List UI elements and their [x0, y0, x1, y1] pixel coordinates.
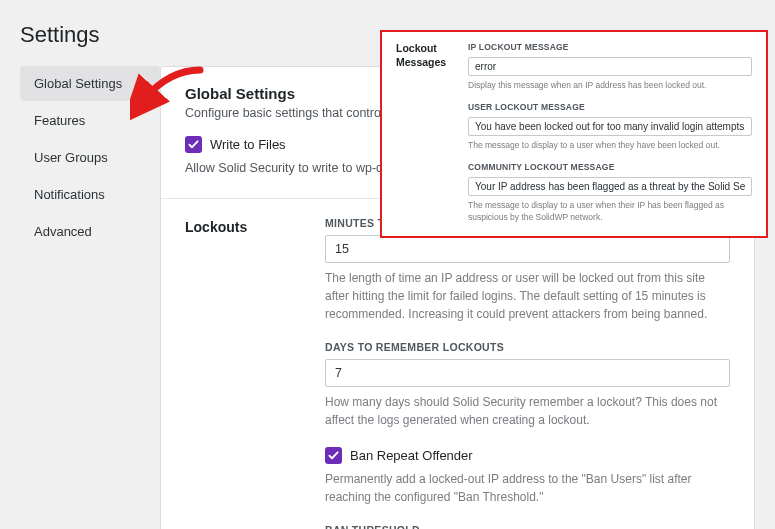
- ban-repeat-help: Permanently add a locked-out IP address …: [325, 470, 730, 506]
- lockouts-heading: Lockouts: [185, 217, 305, 529]
- sidebar-item-notifications[interactable]: Notifications: [20, 177, 160, 212]
- community-lockout-input[interactable]: [468, 177, 752, 196]
- ban-repeat-label: Ban Repeat Offender: [350, 448, 473, 463]
- ban-threshold-label: BAN THRESHOLD: [325, 524, 730, 529]
- check-icon: [188, 139, 199, 150]
- user-lockout-group: USER LOCKOUT MESSAGE The message to disp…: [468, 102, 752, 152]
- minutes-to-lockout-help: The length of time an IP address or user…: [325, 269, 730, 323]
- sidebar-item-global-settings[interactable]: Global Settings: [20, 66, 160, 101]
- sidebar-item-advanced[interactable]: Advanced: [20, 214, 160, 249]
- days-to-remember-label: DAYS TO REMEMBER LOCKOUTS: [325, 341, 730, 353]
- sidebar-item-features[interactable]: Features: [20, 103, 160, 138]
- ban-repeat-checkbox[interactable]: [325, 447, 342, 464]
- lockout-messages-heading: Lockout Messages: [396, 42, 456, 224]
- settings-sidebar: Global Settings Features User Groups Not…: [20, 66, 160, 529]
- ip-lockout-input[interactable]: [468, 57, 752, 76]
- lockout-messages-callout: Lockout Messages IP LOCKOUT MESSAGE Disp…: [380, 30, 768, 238]
- ban-threshold-group: BAN THRESHOLD: [325, 524, 730, 529]
- lockouts-section: Lockouts MINUTES TO LOCKOUT The length o…: [185, 217, 730, 529]
- community-lockout-help: The message to display to a user when th…: [468, 199, 752, 225]
- user-lockout-help: The message to display to a user when th…: [468, 139, 752, 152]
- write-to-files-checkbox[interactable]: [185, 136, 202, 153]
- write-to-files-label: Write to Files: [210, 137, 286, 152]
- ban-repeat-group: Ban Repeat Offender Permanently add a lo…: [325, 447, 730, 506]
- minutes-to-lockout-input[interactable]: [325, 235, 730, 263]
- days-to-remember-help: How many days should Solid Security reme…: [325, 393, 730, 429]
- user-lockout-label: USER LOCKOUT MESSAGE: [468, 102, 752, 112]
- check-icon: [328, 450, 339, 461]
- community-lockout-group: COMMUNITY LOCKOUT MESSAGE The message to…: [468, 162, 752, 225]
- sidebar-item-user-groups[interactable]: User Groups: [20, 140, 160, 175]
- user-lockout-input[interactable]: [468, 117, 752, 136]
- days-to-remember-group: DAYS TO REMEMBER LOCKOUTS How many days …: [325, 341, 730, 429]
- ip-lockout-group: IP LOCKOUT MESSAGE Display this message …: [468, 42, 752, 92]
- community-lockout-label: COMMUNITY LOCKOUT MESSAGE: [468, 162, 752, 172]
- ip-lockout-label: IP LOCKOUT MESSAGE: [468, 42, 752, 52]
- ip-lockout-help: Display this message when an IP address …: [468, 79, 752, 92]
- days-to-remember-input[interactable]: [325, 359, 730, 387]
